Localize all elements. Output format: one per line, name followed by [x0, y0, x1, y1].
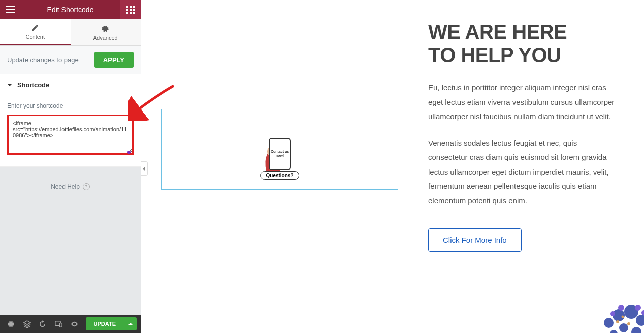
decorative-image [594, 288, 644, 333]
svg-rect-11 [133, 12, 135, 14]
tab-advanced-label: Advanced [93, 35, 118, 41]
chevron-left-icon [143, 166, 146, 171]
coral-illustration [594, 288, 644, 333]
page-heading: WE ARE HERE TO HELP YOU [428, 20, 615, 67]
collapse-sidebar-button[interactable] [141, 161, 148, 176]
grid-icon [126, 6, 135, 14]
svg-point-24 [641, 310, 644, 315]
caret-down-icon [7, 83, 12, 88]
svg-point-21 [618, 305, 624, 311]
canvas-content: Contact us now! Questions? WE ARE HERE T… [161, 0, 624, 252]
question-icon: ? [83, 183, 90, 190]
svg-rect-2 [6, 12, 15, 13]
svg-rect-10 [130, 12, 132, 14]
paragraph-1: Eu, lectus in porttitor integer aliquam … [428, 81, 615, 124]
more-info-button[interactable]: Click For More Info [428, 228, 522, 252]
layers-icon [23, 320, 31, 328]
pencil-icon [31, 24, 39, 32]
svg-point-26 [627, 322, 630, 325]
svg-point-23 [635, 305, 641, 311]
canvas-left-column: Contact us now! Questions? [161, 15, 398, 252]
eye-icon [71, 320, 78, 328]
svg-rect-4 [130, 6, 132, 8]
heading-line-2: TO HELP YOU [428, 44, 561, 66]
need-help-link[interactable]: Need Help ? [51, 183, 90, 190]
history-icon [39, 320, 46, 328]
update-changes-text: Update changes to page [7, 56, 79, 64]
editor-sidebar: Edit Shortcode Content Advanced Update c… [0, 0, 141, 333]
navigator-button[interactable] [20, 317, 34, 331]
svg-point-19 [631, 327, 641, 333]
preview-canvas[interactable]: Contact us now! Questions? WE ARE HERE T… [141, 0, 644, 333]
shortcode-field-label: Enter your shortcode [7, 102, 134, 109]
hamburger-icon [6, 6, 15, 13]
svg-rect-6 [126, 9, 128, 11]
canvas-right-column: WE ARE HERE TO HELP YOU Eu, lectus in po… [428, 15, 615, 252]
questions-bubble: Questions? [260, 171, 299, 180]
gear-icon [7, 320, 15, 328]
tab-advanced[interactable]: Advanced [71, 19, 141, 45]
svg-point-17 [636, 315, 644, 326]
svg-point-20 [610, 330, 618, 333]
update-button[interactable]: UPDATE [86, 317, 124, 330]
shortcode-textarea[interactable] [7, 115, 134, 155]
tab-content-label: Content [25, 34, 45, 40]
shortcode-field: Enter your shortcode [0, 96, 141, 166]
app-root: Edit Shortcode Content Advanced Update c… [0, 0, 644, 333]
need-help-label: Need Help [51, 183, 80, 190]
caret-up-icon [128, 322, 133, 326]
paragraph-2: Venenatis sodales lectus feugiat et nec,… [428, 136, 615, 208]
section-shortcode-header[interactable]: Shortcode [0, 74, 141, 96]
svg-point-14 [604, 318, 614, 328]
svg-rect-7 [130, 9, 132, 11]
svg-rect-8 [133, 9, 135, 11]
svg-rect-9 [126, 12, 128, 14]
update-changes-row: Update changes to page APPLY [0, 46, 141, 74]
svg-rect-5 [133, 6, 135, 8]
apply-button[interactable]: APPLY [94, 52, 134, 68]
panel-tabs: Content Advanced [0, 19, 141, 46]
tab-content[interactable]: Content [0, 19, 71, 45]
svg-point-18 [619, 323, 628, 332]
update-dropdown-button[interactable] [124, 317, 137, 330]
shortcode-textarea-wrap [7, 115, 134, 157]
phone-illustration: Contact us now! [269, 138, 291, 170]
svg-rect-13 [59, 323, 62, 327]
bottom-toolbar: UPDATE [0, 315, 141, 333]
svg-point-27 [622, 316, 624, 318]
shortcode-widget-selected[interactable]: Contact us now! Questions? [161, 109, 398, 190]
lottie-animation-preview: Contact us now! Questions? [252, 119, 307, 180]
gear-icon [101, 25, 109, 33]
need-help-row: Need Help ? [0, 166, 141, 315]
responsive-button[interactable] [52, 317, 66, 331]
svg-point-22 [610, 311, 615, 316]
history-button[interactable] [36, 317, 50, 331]
heading-line-1: WE ARE HERE [428, 21, 567, 43]
sidebar-title: Edit Shortcode [20, 6, 120, 14]
svg-rect-1 [6, 9, 15, 10]
svg-rect-0 [6, 6, 15, 7]
svg-rect-3 [126, 6, 128, 8]
menu-button[interactable] [0, 0, 20, 19]
section-title: Shortcode [17, 81, 49, 89]
svg-point-25 [616, 320, 619, 323]
widgets-grid-button[interactable] [120, 0, 141, 19]
responsive-icon [55, 320, 62, 328]
sidebar-header: Edit Shortcode [0, 0, 141, 19]
preview-button[interactable] [68, 317, 82, 331]
update-button-group: UPDATE [86, 317, 137, 330]
phone-screen-text: Contact us now! [270, 150, 290, 157]
settings-button[interactable] [4, 317, 18, 331]
